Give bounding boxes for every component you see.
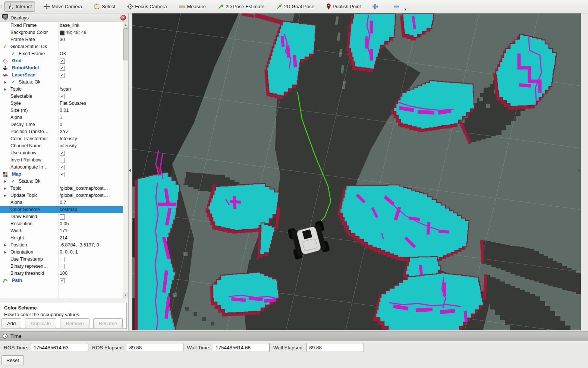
wall-time-input[interactable] xyxy=(213,343,270,352)
tree-row-path[interactable]: Path✔ xyxy=(0,277,128,284)
property-value[interactable]: base_link xyxy=(60,22,79,29)
duplicate-button[interactable]: Duplicate xyxy=(25,318,56,328)
tree-row-fixed-frame[interactable]: ✓Fixed FrameOK xyxy=(0,50,128,57)
property-value[interactable]: OK xyxy=(60,50,66,57)
tree-row-draw-behind[interactable]: Draw Behind xyxy=(0,213,128,220)
property-value[interactable]: /global_costmap/cost… xyxy=(60,192,108,199)
tree-row-alpha[interactable]: Alpha0.7 xyxy=(0,199,128,206)
tool-2d-pose-estimate[interactable]: 2D Pose Estimate xyxy=(214,1,268,12)
property-value[interactable]: 30 xyxy=(60,36,65,43)
tree-row-fixed-frame[interactable]: Fixed Framebase_link xyxy=(0,22,128,29)
property-value[interactable]: Intensity xyxy=(60,135,77,142)
branch-arrow-icon[interactable]: ▶ xyxy=(4,79,6,86)
checkbox[interactable] xyxy=(60,264,65,269)
tree-row-style[interactable]: StyleFlat Squares xyxy=(0,100,128,107)
tree-row-status-ok[interactable]: ▶✓Status: Ok xyxy=(0,79,128,86)
tree-row-global-status-ok[interactable]: ✓Global Status: Ok xyxy=(0,43,128,50)
property-value[interactable]: 171 xyxy=(60,227,67,235)
tree-row-color-transformer[interactable]: Color TransformerIntensity xyxy=(0,135,128,142)
property-value[interactable]: 0; 0; 0; 1 xyxy=(60,249,78,256)
tree-row-alpha[interactable]: Alpha1 xyxy=(0,114,128,121)
right-splitter-collapse-icon[interactable] xyxy=(578,169,581,172)
checkbox[interactable]: ✔ xyxy=(60,94,65,99)
panel-resize-grip[interactable]: ······ xyxy=(0,298,128,302)
wall-elapsed-input[interactable] xyxy=(306,343,364,352)
checkbox[interactable]: ✔ xyxy=(60,172,65,177)
tree-row-grid[interactable]: Grid✔ xyxy=(0,57,128,65)
ros-elapsed-input[interactable] xyxy=(127,343,183,352)
scroll-down-icon[interactable]: ▼ xyxy=(123,292,128,298)
property-value[interactable]: 100 xyxy=(60,270,67,277)
property-value[interactable]: 214 xyxy=(60,235,67,242)
tree-row-decay-time[interactable]: Decay Time0 xyxy=(0,121,128,128)
property-value[interactable]: 1 xyxy=(60,114,62,121)
tree-row-autocompute-in-[interactable]: Autocompute In…✔ xyxy=(0,164,128,171)
displays-tree[interactable]: Fixed Framebase_linkBackground Color48; … xyxy=(0,22,128,298)
tree-row-status-ok[interactable]: ▶✓Status: Ok xyxy=(0,178,128,185)
property-value[interactable]: /global_costmap/cost… xyxy=(60,185,108,192)
tree-row-map[interactable]: Map✔ xyxy=(0,171,128,178)
branch-arrow-icon[interactable]: ▶ xyxy=(4,86,6,93)
tree-row-robotmodel[interactable]: RobotModel✔ xyxy=(0,65,128,72)
remove-button[interactable]: Remove xyxy=(60,318,89,328)
property-value[interactable]: 0.01 xyxy=(60,107,69,114)
rename-button[interactable]: Rename xyxy=(93,318,123,328)
property-value[interactable]: -6.8784; -3.5197; 0 xyxy=(60,242,99,249)
branch-arrow-icon[interactable]: ▶ xyxy=(4,192,6,199)
checkbox[interactable]: ✔ xyxy=(60,66,65,71)
3d-viewport[interactable] xyxy=(132,13,581,330)
checkbox[interactable]: ✔ xyxy=(60,151,65,156)
checkbox[interactable] xyxy=(60,158,65,163)
remove-tool-button[interactable] xyxy=(391,1,402,12)
property-value[interactable]: 0.7 xyxy=(60,199,66,206)
tree-row-topic[interactable]: ▶Topic/global_costmap/cost… xyxy=(0,185,128,192)
tool-move-camera[interactable]: Move Camera xyxy=(40,1,85,12)
property-value[interactable]: /scan xyxy=(60,86,71,93)
close-icon[interactable]: ✕ xyxy=(120,15,126,21)
reset-button[interactable]: Reset xyxy=(1,355,24,365)
toolbar-drag-handle[interactable] xyxy=(1,2,3,12)
tree-row-binary-represen-[interactable]: Binary represen… xyxy=(0,263,128,270)
tree-row-position[interactable]: ▶Position-6.8784; -3.5197; 0 xyxy=(0,242,128,249)
tree-row-use-timestamp[interactable]: Use Timestamp xyxy=(0,256,128,263)
checkbox[interactable] xyxy=(60,214,65,220)
property-value[interactable]: Flat Squares xyxy=(60,100,86,107)
tool-measure[interactable]: Measure xyxy=(175,2,209,11)
tree-row-height[interactable]: Height214 xyxy=(0,235,128,242)
tree-scrollbar[interactable]: ▲ ▼ xyxy=(123,22,128,298)
left-splitter-collapse-icon[interactable] xyxy=(129,169,131,172)
checkbox[interactable] xyxy=(60,257,65,262)
checkbox[interactable]: ✔ xyxy=(60,59,65,64)
scrollbar-thumb[interactable] xyxy=(123,28,128,60)
tree-row-width[interactable]: Width171 xyxy=(0,227,128,235)
checkbox[interactable]: ✔ xyxy=(60,73,65,78)
tree-row-size-m-[interactable]: Size (m)0.01 xyxy=(0,107,128,114)
tree-row-topic[interactable]: ▶Topic/scan xyxy=(0,86,128,93)
tree-row-invert-rainbow[interactable]: Invert Rainbow xyxy=(0,157,128,164)
tree-row-resolution[interactable]: Resolution0.05 xyxy=(0,220,128,227)
tree-row-binary-threshold[interactable]: Binary threshold100 xyxy=(0,270,128,277)
property-value[interactable]: costmap xyxy=(60,206,77,213)
tree-row-position-transfo-[interactable]: Position Transfo…XYZ xyxy=(0,128,128,135)
tree-row-frame-rate[interactable]: Frame Rate30 xyxy=(0,36,128,43)
property-value[interactable]: 0.05 xyxy=(60,220,69,227)
tool-select[interactable]: Select xyxy=(91,1,119,12)
branch-arrow-icon[interactable]: ▶ xyxy=(4,185,6,192)
tree-row-orientation[interactable]: ▶Orientation0; 0; 0; 1 xyxy=(0,249,128,256)
add-tool-button[interactable] xyxy=(370,1,381,12)
tool-focus-camera[interactable]: Focus Camera xyxy=(124,1,170,12)
checkbox[interactable]: ✔ xyxy=(60,278,65,283)
tree-row-update-topic[interactable]: ▶Update Topic/global_costmap/cost… xyxy=(0,192,128,199)
branch-arrow-icon[interactable]: ▶ xyxy=(4,242,6,249)
tool-interact[interactable]: Interact xyxy=(4,1,35,12)
tree-row-laserscan[interactable]: LaserScan✔ xyxy=(0,72,128,79)
property-value[interactable]: 0 xyxy=(60,121,62,128)
branch-arrow-icon[interactable]: ▶ xyxy=(4,178,6,185)
tool-publish-point[interactable]: Publish Point xyxy=(323,1,364,12)
property-value[interactable]: intensity xyxy=(60,142,77,150)
color-swatch[interactable] xyxy=(60,31,65,35)
add-button[interactable]: Add xyxy=(1,318,21,328)
tree-row-channel-name[interactable]: Channel Nameintensity xyxy=(0,142,128,150)
tree-row-selectable[interactable]: Selectable✔ xyxy=(0,93,128,100)
scroll-up-icon[interactable]: ▲ xyxy=(123,22,128,28)
